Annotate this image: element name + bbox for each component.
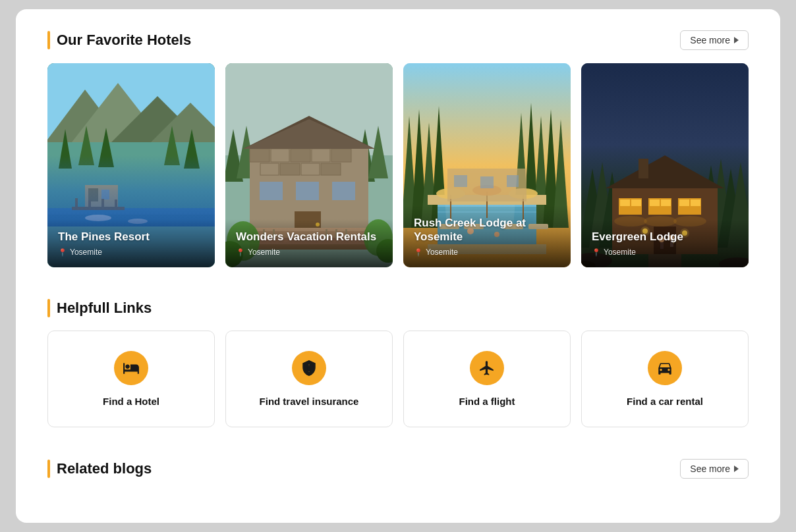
car-icon-circle [648,351,682,385]
link-insurance-label: Find travel insurance [260,396,359,407]
hotel-icon-circle [114,351,148,385]
link-car-label: Find a car rental [627,396,703,407]
svg-rect-128 [308,365,310,366]
helpful-links-title: Helpfull Links [57,300,152,317]
svg-rect-14 [88,188,98,201]
hotel-card-wonders[interactable]: Wonders Vacation Rentals 📍 Yosemite [225,63,393,267]
page-container: Our Favorite Hotels See more [16,9,780,523]
svg-rect-13 [85,185,118,208]
svg-rect-19 [101,199,104,208]
insurance-icon-circle [292,351,326,385]
link-card-insurance[interactable]: Find travel insurance [225,331,393,427]
hotel-card-rush-overlay: Rush Creek Lodge at Yosemite 📍 Yosemite [403,205,571,268]
helpful-links-header: Helpfull Links [47,299,749,317]
hotel-card-wonders-name: Wonders Vacation Rentals [236,230,382,244]
svg-rect-41 [260,182,283,200]
svg-rect-38 [321,163,341,175]
svg-rect-32 [291,149,310,162]
hotels-see-more-button[interactable]: See more [680,30,749,50]
related-blogs-see-more-label: See more [690,464,730,474]
helpful-links-section: Helpfull Links [47,299,749,317]
link-flight-label: Find a flight [459,396,515,407]
hotels-section-header: Our Favorite Hotels See more [47,30,749,50]
svg-rect-20 [115,200,117,208]
hotel-card-rush-location-text: Yosemite [426,248,458,257]
pin-icon-evergreen: 📍 [592,248,601,257]
helpful-links-accent-bar [47,299,50,317]
svg-rect-35 [260,163,279,175]
svg-rect-88 [454,175,467,187]
svg-rect-18 [88,200,91,208]
hotels-title-wrap: Our Favorite Hotels [47,31,191,49]
svg-rect-102 [639,159,648,178]
related-blogs-title-wrap: Related blogs [47,460,152,478]
svg-rect-107 [650,200,660,206]
svg-rect-37 [301,163,320,175]
svg-rect-16 [72,207,125,210]
related-blogs-section: Related blogs See more [47,459,749,479]
hotel-card-evergreen-location-text: Yosemite [604,248,636,257]
svg-rect-129 [308,367,310,372]
hotel-card-evergreen-name: Evergreen Lodge [592,230,738,244]
link-card-hotel[interactable]: Find a Hotel [47,331,215,427]
related-blogs-see-more-chevron-icon [734,466,739,472]
hotel-card-pines-location: 📍 Yosemite [58,248,204,257]
hotels-section-title: Our Favorite Hotels [57,32,191,49]
pin-icon-wonders: 📍 [236,248,245,257]
svg-rect-110 [679,200,689,206]
related-blogs-title: Related blogs [57,460,152,477]
hotel-card-rush-location: 📍 Yosemite [414,248,560,257]
link-card-flight[interactable]: Find a flight [403,331,571,427]
pin-icon-rush: 📍 [414,248,423,257]
svg-rect-111 [691,200,700,206]
hotel-card-evergreen-overlay: Evergreen Lodge 📍 Yosemite [581,219,749,267]
svg-rect-33 [312,149,330,162]
related-blogs-accent-bar [47,460,50,478]
svg-rect-105 [631,200,641,206]
helpful-links-title-wrap: Helpfull Links [47,299,152,317]
car-icon [656,359,673,377]
links-grid: Find a Hotel Find travel insurance Find … [47,331,749,427]
svg-rect-108 [661,200,671,206]
related-blogs-see-more-button[interactable]: See more [680,459,749,479]
hotel-card-evergreen[interactable]: Evergreen Lodge 📍 Yosemite [581,63,749,267]
svg-rect-36 [280,163,300,175]
hotel-card-pines-name: The Pines Resort [58,230,204,244]
hotel-icon [123,359,140,377]
svg-rect-15 [101,190,109,200]
svg-rect-34 [331,149,351,162]
svg-rect-31 [271,149,289,162]
hotel-card-pines-overlay: The Pines Resort 📍 Yosemite [47,219,215,267]
svg-rect-12 [47,208,215,215]
hotel-card-pines-location-text: Yosemite [70,248,102,257]
insurance-icon [300,359,318,377]
flight-icon [478,359,496,377]
svg-rect-42 [296,182,319,200]
hotels-grid: The Pines Resort 📍 Yosemite [47,63,749,267]
hotels-accent-bar [47,31,50,49]
hotels-see-more-label: See more [690,35,730,45]
hotel-card-wonders-overlay: Wonders Vacation Rentals 📍 Yosemite [225,219,393,267]
svg-rect-17 [75,198,78,208]
hotel-card-evergreen-location: 📍 Yosemite [592,248,738,257]
hotels-see-more-chevron-icon [734,37,739,43]
pin-icon: 📍 [58,248,67,257]
hotel-card-rush-creek[interactable]: Rush Creek Lodge at Yosemite 📍 Yosemite [403,63,571,267]
link-hotel-label: Find a Hotel [103,396,159,407]
hotel-card-pines[interactable]: The Pines Resort 📍 Yosemite [47,63,215,267]
link-card-car[interactable]: Find a car rental [581,331,749,427]
svg-rect-43 [332,182,355,200]
svg-rect-104 [620,200,630,206]
svg-rect-30 [250,149,270,162]
svg-rect-90 [507,175,519,187]
hotel-card-rush-name: Rush Creek Lodge at Yosemite [414,216,560,244]
svg-rect-89 [480,176,494,188]
hotel-card-wonders-location-text: Yosemite [248,248,280,257]
hotel-card-wonders-location: 📍 Yosemite [236,248,382,257]
flight-icon-circle [470,351,504,385]
